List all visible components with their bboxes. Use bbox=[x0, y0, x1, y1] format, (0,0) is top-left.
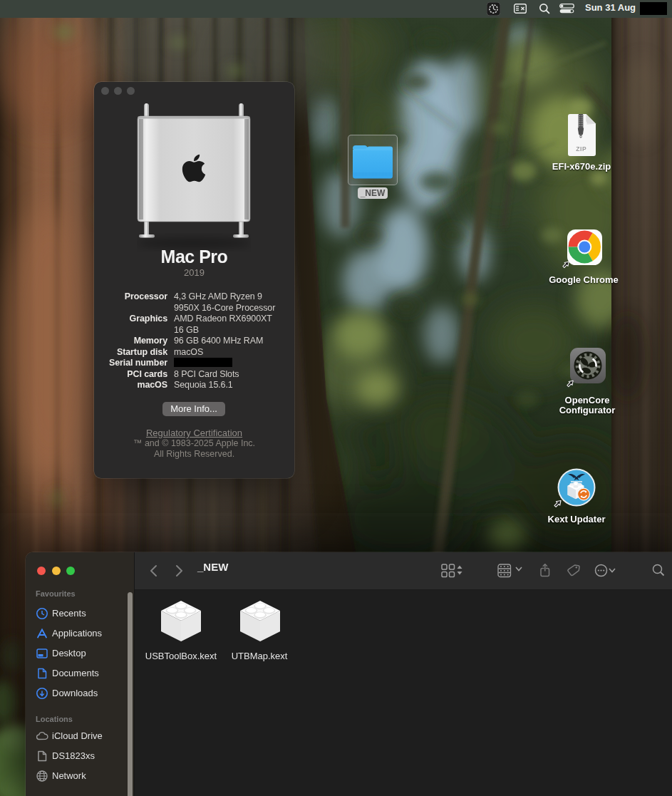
svg-text:ZIP: ZIP bbox=[576, 145, 586, 153]
